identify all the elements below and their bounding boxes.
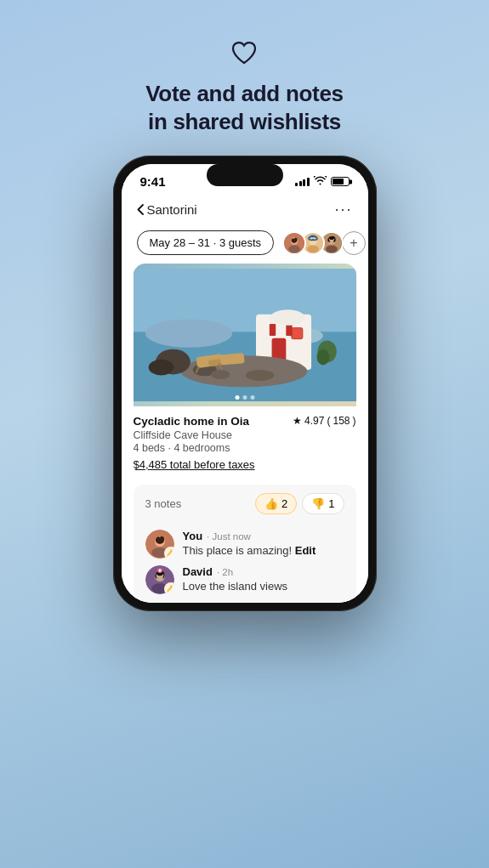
comment-time-2: · 2h bbox=[217, 567, 233, 577]
edit-link[interactable]: Edit bbox=[295, 544, 316, 557]
app-content: Santorini ··· May 28 – 31 · 3 guests bbox=[122, 192, 368, 603]
avatar-group: + bbox=[282, 231, 366, 255]
wifi-icon bbox=[314, 176, 327, 188]
comment-text-2: Love the island views bbox=[183, 580, 288, 593]
comment-body-2: David · 2h Love the island views bbox=[183, 565, 288, 593]
dynamic-island bbox=[207, 164, 283, 186]
add-guest-button[interactable]: + bbox=[342, 231, 366, 255]
vote-buttons: 👍 2 👎 1 bbox=[255, 493, 344, 514]
comment-time-1: · Just now bbox=[207, 531, 251, 542]
signal-icon bbox=[295, 178, 310, 186]
svg-point-29 bbox=[316, 349, 329, 366]
headline: Vote and add notes in shared wishlists bbox=[145, 80, 343, 135]
comment-author-1: You bbox=[183, 530, 203, 542]
thumbs-down-button[interactable]: 👎 1 bbox=[302, 493, 344, 514]
svg-point-39 bbox=[158, 570, 161, 572]
svg-point-11 bbox=[145, 319, 231, 347]
comment-avatar-1: 👍 bbox=[145, 530, 174, 559]
comment-avatar-2: 👍 bbox=[145, 565, 174, 594]
comment-author-2: David bbox=[183, 565, 213, 578]
svg-point-31 bbox=[148, 360, 173, 376]
image-dots bbox=[235, 395, 254, 400]
dot-3 bbox=[250, 395, 254, 400]
dot-1 bbox=[235, 395, 239, 400]
phone-mockup: 9:41 bbox=[113, 156, 377, 611]
svg-rect-27 bbox=[219, 353, 244, 365]
svg-rect-15 bbox=[291, 328, 302, 339]
phone-screen: 9:41 bbox=[122, 164, 368, 603]
comment-1: 👍 You · Just now This place is amazing! … bbox=[145, 523, 344, 559]
listing-card[interactable]: Cycladic home in Oia ★ 4.97 (158) Cliffs… bbox=[134, 264, 356, 476]
svg-point-2 bbox=[288, 245, 300, 252]
back-button[interactable]: Santorini bbox=[137, 202, 197, 217]
date-guests-pill[interactable]: May 28 – 31 · 3 guests bbox=[137, 230, 275, 255]
listing-rating: ★ 4.97 (158) bbox=[293, 415, 355, 427]
listing-name: Cliffside Cave House bbox=[134, 429, 356, 441]
comment-2: 👍 David · 2h Love the island views bbox=[145, 559, 344, 594]
listing-beds: 4 beds · 4 bedrooms bbox=[134, 442, 356, 454]
more-button[interactable]: ··· bbox=[334, 201, 352, 218]
nav-title: Santorini bbox=[147, 202, 197, 217]
svg-point-8 bbox=[326, 245, 338, 252]
svg-point-22 bbox=[245, 370, 273, 381]
thumbs-up-button[interactable]: 👍 2 bbox=[255, 493, 297, 514]
avatar-1 bbox=[282, 231, 306, 255]
svg-point-21 bbox=[211, 370, 230, 379]
comment-text-1: This place is amazing! Edit bbox=[183, 544, 316, 557]
notes-section: 3 notes 👍 2 👎 1 bbox=[134, 485, 356, 603]
svg-rect-17 bbox=[286, 324, 292, 336]
svg-rect-16 bbox=[269, 324, 275, 336]
status-icons bbox=[295, 176, 350, 188]
listing-type: Cycladic home in Oia bbox=[134, 415, 250, 428]
svg-point-5 bbox=[307, 245, 319, 252]
listing-image bbox=[134, 264, 356, 406]
svg-point-18 bbox=[270, 309, 304, 326]
dot-2 bbox=[242, 395, 247, 400]
nav-bar: Santorini ··· bbox=[122, 192, 368, 225]
notes-count: 3 notes bbox=[145, 497, 182, 510]
battery-icon bbox=[331, 177, 350, 186]
comment-body-1: You · Just now This place is amazing! Ed… bbox=[183, 530, 316, 557]
top-promo-section: Vote and add notes in shared wishlists bbox=[145, 0, 343, 156]
comment-thumbs-2: 👍 bbox=[164, 582, 174, 594]
notes-header: 3 notes 👍 2 👎 1 bbox=[145, 493, 344, 514]
comment-thumbs-1: 👍 bbox=[164, 547, 174, 559]
heart-icon bbox=[227, 34, 261, 68]
status-time: 9:41 bbox=[140, 174, 166, 189]
filter-row: May 28 – 31 · 3 guests bbox=[122, 225, 368, 264]
listing-price[interactable]: $4,485 total before taxes bbox=[134, 458, 356, 471]
star-icon: ★ bbox=[293, 415, 302, 427]
listing-info: Cycladic home in Oia ★ 4.97 (158) Cliffs… bbox=[134, 406, 356, 476]
